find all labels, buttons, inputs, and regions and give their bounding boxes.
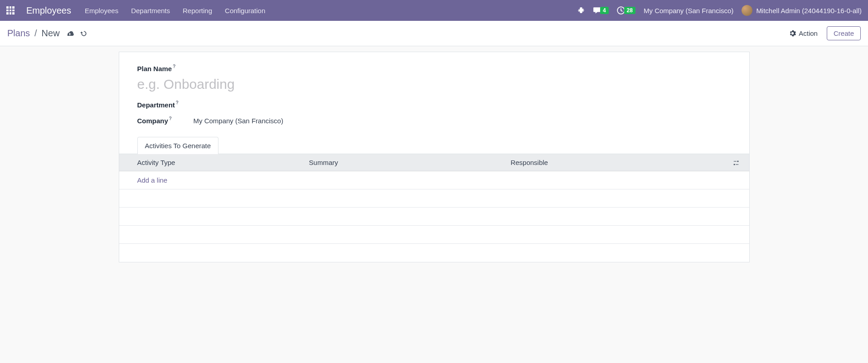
department-label: Department ? — [137, 101, 194, 109]
messages-button[interactable]: 4 — [593, 6, 609, 15]
messages-badge: 4 — [600, 7, 609, 14]
table-row — [119, 244, 749, 262]
activities-table-wrap: Activity Type Summary Responsible — [119, 154, 749, 262]
plan-name-input[interactable] — [137, 77, 731, 92]
col-activity-type[interactable]: Activity Type — [119, 154, 302, 171]
sliders-icon — [733, 160, 739, 166]
help-icon[interactable]: ? — [176, 100, 179, 105]
cloud-save-icon[interactable] — [65, 29, 74, 38]
discard-icon[interactable] — [80, 29, 88, 38]
table-row: Add a line — [119, 171, 749, 189]
form-container: Plan Name ? Department ? Company ? My Co… — [117, 52, 752, 262]
breadcrumb-plans[interactable]: Plans — [7, 28, 30, 39]
tab-bar: Activities To Generate — [119, 136, 749, 154]
action-label: Action — [799, 29, 818, 37]
navbar-right: 4 28 My Company (San Francisco) Mitchell… — [577, 5, 862, 16]
nav-configuration[interactable]: Configuration — [223, 4, 267, 17]
activities-button[interactable]: 28 — [617, 6, 635, 15]
debug-icon[interactable] — [577, 7, 585, 14]
department-label-text: Department — [137, 101, 175, 109]
create-button[interactable]: Create — [827, 26, 861, 40]
activities-badge: 28 — [624, 7, 635, 14]
avatar — [742, 5, 752, 16]
apps-icon[interactable] — [6, 6, 15, 15]
activities-table: Activity Type Summary Responsible — [119, 154, 749, 262]
nav-employees[interactable]: Employees — [83, 4, 120, 17]
gear-icon — [789, 30, 796, 37]
form-sheet: Plan Name ? Department ? Company ? My Co… — [119, 52, 750, 262]
plan-name-label: Plan Name ? — [137, 65, 176, 73]
tab-activities[interactable]: Activities To Generate — [137, 137, 219, 154]
navbar-left: Employees Employees Departments Reportin… — [6, 4, 267, 17]
department-row: Department ? — [137, 101, 731, 109]
table-row — [119, 226, 749, 244]
company-selector[interactable]: My Company (San Francisco) — [644, 7, 733, 15]
plan-name-group: Plan Name ? — [137, 65, 731, 92]
company-field[interactable]: My Company (San Francisco) — [194, 117, 283, 125]
col-responsible[interactable]: Responsible — [503, 154, 727, 171]
plan-name-label-text: Plan Name — [137, 65, 172, 73]
nav-departments[interactable]: Departments — [129, 4, 172, 17]
company-label-text: Company — [137, 117, 168, 125]
nav-reporting[interactable]: Reporting — [181, 4, 214, 17]
col-options[interactable] — [727, 154, 749, 171]
breadcrumb-current: New — [42, 28, 60, 39]
table-header-row: Activity Type Summary Responsible — [119, 154, 749, 171]
breadcrumb: Plans / New — [7, 28, 60, 39]
navbar: Employees Employees Departments Reportin… — [0, 0, 868, 21]
table-row — [119, 208, 749, 226]
user-menu[interactable]: Mitchell Admin (24044190-16-0-all) — [742, 5, 862, 16]
control-bar: Plans / New Action Create — [0, 21, 868, 46]
help-icon[interactable]: ? — [173, 64, 175, 69]
col-summary[interactable]: Summary — [302, 154, 504, 171]
app-brand[interactable]: Employees — [26, 5, 71, 16]
control-right: Action Create — [789, 26, 861, 40]
notebook: Activities To Generate Activity Type Sum… — [137, 136, 731, 262]
help-icon[interactable]: ? — [169, 116, 172, 121]
action-dropdown[interactable]: Action — [789, 29, 818, 37]
add-line-link[interactable]: Add a line — [137, 176, 168, 184]
user-name: Mitchell Admin (24044190-16-0-all) — [756, 7, 862, 15]
table-row — [119, 189, 749, 208]
company-label: Company ? — [137, 117, 194, 125]
company-row: Company ? My Company (San Francisco) — [137, 117, 731, 125]
breadcrumb-separator: / — [34, 28, 37, 39]
